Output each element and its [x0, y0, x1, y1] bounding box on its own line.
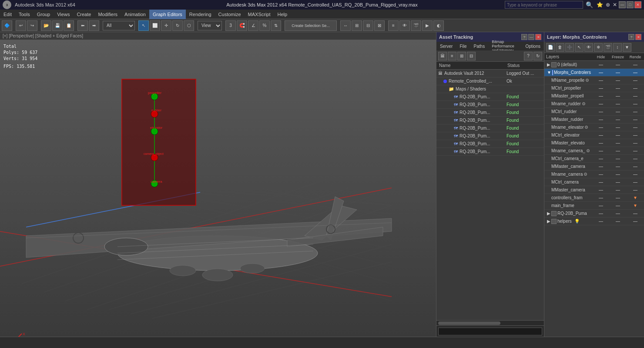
asset-row-file[interactable]: Remote_Controlled_... Ok: [436, 77, 544, 85]
asset-row-map-7[interactable]: 🗺 RQ-20B_Pum... Found: [436, 140, 544, 148]
layer-row-mctrl-propeller[interactable]: MCtrl_propeller — — —: [544, 84, 644, 92]
asset-tb-grid[interactable]: ⊞: [457, 52, 466, 60]
layer-default-check[interactable]: [551, 62, 557, 67]
menu-rendering[interactable]: Rendering: [186, 10, 215, 19]
tb-align3[interactable]: ⊠: [374, 20, 385, 31]
tb-activeshade[interactable]: ◐: [433, 20, 444, 31]
asset-panel-close[interactable]: ✕: [535, 34, 541, 40]
viewport[interactable]: [+] [Perspective] [Shaded + Edged Faces]: [0, 32, 436, 337]
tb-save[interactable]: 💾: [52, 20, 63, 31]
asset-row-map-2[interactable]: 🗺 RQ-20B_Pum... Found: [436, 101, 544, 109]
asset-menu-paths[interactable]: Paths: [470, 43, 489, 50]
menu-help[interactable]: Help: [274, 10, 291, 19]
tb-save-as[interactable]: 📋: [64, 20, 74, 31]
asset-row-folder[interactable]: 📁 Maps / Shaders: [436, 85, 544, 93]
menu-modifiers[interactable]: Modifiers: [94, 10, 121, 19]
asset-scroll-thumb[interactable]: [438, 321, 500, 325]
layer-row-mname-rudder[interactable]: Mname_rudder ⚙ — — —: [544, 100, 644, 108]
tb-rotate[interactable]: ↻: [172, 20, 183, 31]
tb-snap[interactable]: 🧲: [237, 20, 247, 31]
menu-animation[interactable]: Animation: [121, 10, 149, 19]
menu-edit[interactable]: Edit: [0, 10, 15, 19]
tb-move[interactable]: ✛: [161, 20, 171, 31]
tb-logo[interactable]: 🔷: [2, 20, 12, 31]
tb-align[interactable]: ⊞: [352, 20, 362, 31]
search-input[interactable]: [505, 1, 583, 9]
tb-select-region[interactable]: ⬜: [150, 20, 160, 31]
minimize-button[interactable]: —: [619, 1, 626, 8]
asset-menu-options[interactable]: Options: [522, 43, 544, 50]
tb-angle[interactable]: ∠: [248, 20, 258, 31]
tb-display[interactable]: 👁: [399, 20, 410, 31]
tb-undo[interactable]: ↩: [16, 20, 26, 31]
tb-scale[interactable]: ⬡: [184, 20, 194, 31]
asset-tb-list[interactable]: ≡: [448, 52, 456, 60]
menu-graph-editors[interactable]: Graph Editors: [149, 10, 186, 19]
asset-tb-vault[interactable]: 🏛: [438, 52, 447, 60]
menu-tools[interactable]: Tools: [15, 10, 34, 19]
layer-row-mname-camera[interactable]: Mname_camera_ ⚙ — — —: [544, 147, 644, 155]
layer-row-mmaster-propell[interactable]: MMaster_propell — — —: [544, 92, 644, 100]
asset-panel-help[interactable]: ?: [521, 34, 527, 40]
layer-row-mctrl-rudder[interactable]: MCtrl_rudder — — —: [544, 108, 644, 116]
layers-tb-freeze-all[interactable]: ❄: [594, 43, 603, 52]
asset-row-map-6[interactable]: 🗺 RQ-20B_Pum... Found: [436, 132, 544, 140]
select-filter[interactable]: All Geometry Shapes: [103, 21, 135, 30]
tb-align2[interactable]: ⊟: [363, 20, 373, 31]
asset-input-field[interactable]: [438, 328, 542, 335]
layers-tb-render-all[interactable]: 🎬: [604, 43, 612, 52]
layer-row-mname-propelle[interactable]: MName_propelle ⚙ — — —: [544, 77, 644, 84]
layer-row-mctrl-camera[interactable]: MCtrl_camera — — —: [544, 178, 644, 186]
layer-row-mname-elevator[interactable]: Mname_elevator ⚙ — — —: [544, 124, 644, 131]
layer-row-default[interactable]: ▶ 0 (default) — — —: [544, 61, 644, 69]
tb-named-sel[interactable]: Create Selection Se...: [285, 20, 337, 31]
tb-redo[interactable]: ↪: [27, 20, 37, 31]
asset-row-vault[interactable]: 🏛 Autodesk Vault 2012 Logged Out ...: [436, 70, 544, 77]
layer-row-mctrl-elevator[interactable]: MCtrl_elevator — — —: [544, 131, 644, 139]
layers-tb-sort[interactable]: ↕: [613, 43, 622, 52]
layer-row-mmaster-camera[interactable]: MMaster_camera — — —: [544, 163, 644, 171]
layer-row-controllers-frame[interactable]: controllers_fram — — ▼: [544, 194, 644, 202]
layer-rq20b-check[interactable]: [551, 211, 557, 216]
asset-menu-server[interactable]: Server: [436, 43, 456, 50]
asset-row-map-4[interactable]: 🗺 RQ-20B_Pum... Found: [436, 117, 544, 124]
close-button[interactable]: ✕: [634, 1, 641, 8]
layers-tb-select[interactable]: ↖: [575, 43, 584, 52]
asset-row-map-3[interactable]: 🗺 RQ-20B_Pum... Found: [436, 109, 544, 117]
asset-menu-file[interactable]: File: [456, 43, 470, 50]
tb-redo2[interactable]: ➡: [89, 20, 99, 31]
layer-helpers-check[interactable]: [551, 219, 557, 224]
tb-render[interactable]: ▶: [422, 20, 433, 31]
layer-row-mmaster-camera2[interactable]: MMaster_camera — — —: [544, 186, 644, 194]
layers-tb-add[interactable]: ➕: [565, 43, 574, 52]
asset-row-map-5[interactable]: 🗺 RQ-20B_Pum... Found: [436, 124, 544, 132]
layers-tb-hide-all[interactable]: 👁: [584, 43, 593, 52]
menu-create[interactable]: Create: [73, 10, 94, 19]
layers-panel-close[interactable]: ✕: [635, 34, 641, 40]
layer-morphs-check[interactable]: [552, 70, 553, 75]
layer-row-mmaster-elevato[interactable]: MMaster_elevato — — —: [544, 139, 644, 147]
layer-row-mname-camera2[interactable]: Mname_camera ⚙ — — —: [544, 171, 644, 178]
tb-render-setup[interactable]: 🎬: [411, 20, 421, 31]
tb-3d[interactable]: 3: [225, 20, 236, 31]
menu-maxscript[interactable]: MAXScript: [245, 10, 274, 19]
layer-row-mmaster-rudder[interactable]: MMaster_rudder — — —: [544, 116, 644, 124]
tb-undo2[interactable]: ⬅: [77, 20, 88, 31]
menu-group[interactable]: Group: [34, 10, 54, 19]
coord-system[interactable]: View World Local: [198, 21, 222, 30]
asset-panel-min[interactable]: —: [528, 34, 534, 40]
tb-select[interactable]: ↖: [138, 20, 149, 31]
layer-row-mctrl-camera-e[interactable]: MCtrl_camera_e — — —: [544, 155, 644, 163]
tb-layer[interactable]: ≡: [388, 20, 399, 31]
menu-customize[interactable]: Customize: [215, 10, 245, 19]
tb-mirror[interactable]: ↔: [340, 20, 351, 31]
tb-percent[interactable]: %: [259, 20, 270, 31]
layers-tb-collapse[interactable]: ▼: [623, 43, 631, 52]
menu-views[interactable]: Views: [54, 10, 73, 19]
asset-tb-large[interactable]: ⊟: [467, 52, 476, 60]
maximize-button[interactable]: □: [627, 1, 634, 8]
viewport-content[interactable]: propeller rudder elevator camera_object …: [0, 40, 436, 337]
asset-tb-help[interactable]: ?: [524, 52, 533, 60]
asset-tb-refresh[interactable]: ↻: [533, 52, 542, 60]
layers-tb-delete[interactable]: 🗑: [556, 43, 564, 52]
